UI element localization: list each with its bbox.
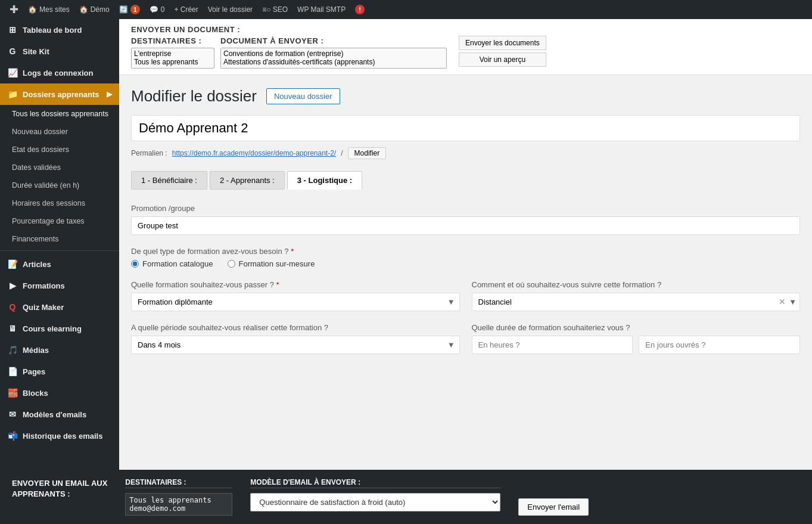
site-kit-icon: G [7,46,18,56]
send-doc-destinataires-label: DESTINATAIRES : [131,36,214,45]
sidebar-item-horaires-sessions[interactable]: Horaires des sessions [0,194,119,212]
historique-icon: 📬 [7,431,18,441]
periode-wrapper: Dans 4 mois ▼ [131,336,460,354]
promotion-input[interactable] [131,216,800,235]
pages-icon: 📄 [7,367,18,376]
sidebar-item-formations[interactable]: ▶ Formations [0,275,119,296]
formations-icon: ▶ [7,281,18,290]
admin-bar: ✚ 🏠 Mes sites 🏠 Démo 🔄 1 💬 0 + Créer Voi… [0,0,812,19]
tab-beneficiaire[interactable]: 1 - Bénéficiaire : [131,171,207,190]
sidebar-item-site-kit[interactable]: G Site Kit [0,41,119,62]
sidebar-item-quiz-maker[interactable]: Q Quiz Maker [0,296,119,318]
page-title: Modifier le dossier [131,87,257,106]
permalien-link[interactable]: https://demo.fr.academy/dossier/demo-app… [172,149,336,157]
sidebar-collapse-icon: ▶ [107,90,112,98]
quelle-formation-select[interactable]: Formation diplômante [131,293,460,311]
bottom-bar-destinataires-group: DESTINATAIRES : [125,478,232,516]
sidebar-item-pourcentage-taxes[interactable]: Pourcentage de taxes [0,212,119,230]
radio-catalogue-label[interactable]: Formation catalogue [131,259,213,268]
duration-row [472,336,801,354]
permalien-slash: / [341,149,343,157]
smtp-link[interactable]: WP Mail SMTP [293,0,350,19]
seo-link[interactable]: ≡○ SEO [257,0,293,19]
duree-heures-input[interactable] [472,336,633,354]
duree-label: Quelle durée de formation souhaiteriez v… [472,323,801,332]
voir-apercu-button[interactable]: Voir un aperçu [459,52,546,67]
updates-link[interactable]: 🔄 1 [114,0,145,19]
sidebar-item-logs-connexion[interactable]: 📈 Logs de connexion [0,62,119,83]
required-star: * [291,247,294,256]
sidebar-item-tableau-de-bord[interactable]: ⊞ Tableau de bord [0,19,119,41]
send-doc-destinataires-select[interactable]: L'entreprise Tous les apprenants [131,48,214,69]
sidebar-item-dates-validees[interactable]: Dates validées [0,159,119,176]
cours-icon: 🖥 [7,324,18,333]
sidebar-item-pages[interactable]: 📄 Pages [0,361,119,382]
send-doc-document-label: DOCUMENT À ENVOYER : [220,36,447,45]
send-doc-title: ENVOYER UN DOCUMENT : [131,25,447,34]
duree-jours-input[interactable] [639,336,800,354]
send-document-bar: ENVOYER UN DOCUMENT : DESTINATAIRES : L'… [119,19,812,75]
tab-logistique[interactable]: 3 - Logistique : [287,171,362,190]
sidebar-item-etat-dossiers[interactable]: Etat des dossiers [0,141,119,159]
sidebar-item-duree-validee[interactable]: Durée validée (en h) [0,176,119,194]
comment-suivre-select[interactable]: Distanciel [472,293,801,311]
quiz-icon: Q [7,302,18,312]
quelle-formation-wrapper: Formation diplômante ▼ [131,293,460,311]
send-doc-document-select[interactable]: Conventions de formation (entreprise) At… [220,48,447,69]
bottom-bar-modele-select[interactable]: Questionnaire de satisfaction à froid (a… [250,493,500,511]
sidebar-item-tous-dossiers[interactable]: Tous les dossiers apprenants [0,105,119,123]
comment-suivre-label: Comment et où souhaitez-vous suivre cett… [472,280,801,289]
bottom-bar-destinataires-textarea[interactable] [125,493,232,516]
radio-sur-mesure[interactable] [228,260,235,268]
demo-link[interactable]: 🏠 Démo [74,0,114,19]
dashboard-icon: ⊞ [7,25,18,35]
send-email-button[interactable]: Envoyer l'email [518,498,589,516]
voir-dossier-link[interactable]: Voir le dossier [203,0,257,19]
promotion-label: Promotion /groupe [131,204,800,213]
creer-link[interactable]: + Créer [169,0,203,19]
radio-sur-mesure-label[interactable]: Formation sur-mesure [228,259,315,268]
sidebar-item-medias[interactable]: 🎵 Médias [0,339,119,361]
articles-icon: 📝 [7,259,18,269]
wp-logo[interactable]: ✚ [5,0,23,19]
bottom-email-bar: ENVOYER UN EMAIL AUX APPRENANTS : DESTIN… [0,470,812,524]
dossiers-icon: 📁 [7,89,18,99]
tab-apprenants[interactable]: 2 - Apprenants : [210,171,285,190]
modifier-permalien-button[interactable]: Modifier [348,147,387,159]
tabs-row: 1 - Bénéficiaire : 2 - Apprenants : 3 - … [131,171,800,190]
medias-icon: 🎵 [7,345,18,355]
sidebar-item-blocks[interactable]: 🧱 Blocks [0,382,119,404]
bottom-bar-modele-label: MODÈLE D'EMAIL À ENVOYER : [250,478,500,488]
periode-label: A quelle période souhaitez-vous réaliser… [131,323,460,332]
permalien-row: Permalien : https://demo.fr.academy/doss… [131,147,800,159]
permalien-label: Permalien : [131,149,167,157]
bottom-bar-destinataires-label: DESTINATAIRES : [125,478,232,488]
sidebar-item-financements[interactable]: Financements [0,230,119,248]
smtp-warning-icon[interactable]: ! [350,0,369,19]
sidebar-item-historique-emails[interactable]: 📬 Historique des emails [0,425,119,447]
comments-link[interactable]: 💬 0 [145,0,170,19]
comment-suivre-wrapper: Distanciel ✕ ▼ [472,293,801,311]
dossier-title-input[interactable] [131,115,800,141]
sidebar-item-dossiers-apprenants[interactable]: 📁 Dossiers apprenants ▶ [0,83,119,105]
blocks-icon: 🧱 [7,388,18,398]
quelle-formation-label: Quelle formation souhaitez-vous passer ?… [131,280,460,289]
sidebar-item-articles[interactable]: 📝 Articles [0,253,119,275]
logs-icon: 📈 [7,68,18,77]
bottom-bar-modele-group: MODÈLE D'EMAIL À ENVOYER : Questionnaire… [250,478,500,511]
periode-select[interactable]: Dans 4 mois [131,336,460,354]
send-documents-button[interactable]: Envoyer les documents [459,36,546,50]
mes-sites-link[interactable]: 🏠 Mes sites [23,0,74,19]
clear-icon[interactable]: ✕ [779,297,786,306]
nouveau-dossier-button[interactable]: Nouveau dossier [266,88,340,104]
type-formation-label: De quel type de formation avez-vous beso… [131,247,800,256]
modeles-icon: ✉ [7,410,18,419]
sidebar-item-modeles-emails[interactable]: ✉ Modèles d'emails [0,404,119,425]
bottom-bar-title: ENVOYER UN EMAIL AUX APPRENANTS : [12,478,107,500]
type-formation-radio-group: Formation catalogue Formation sur-mesure [131,259,800,268]
radio-catalogue[interactable] [131,260,139,268]
sidebar-item-nouveau-dossier[interactable]: Nouveau dossier [0,123,119,141]
sidebar-item-cours-elearning[interactable]: 🖥 Cours elearning [0,318,119,339]
sidebar: ⊞ Tableau de bord G Site Kit 📈 Logs de c… [0,19,119,524]
